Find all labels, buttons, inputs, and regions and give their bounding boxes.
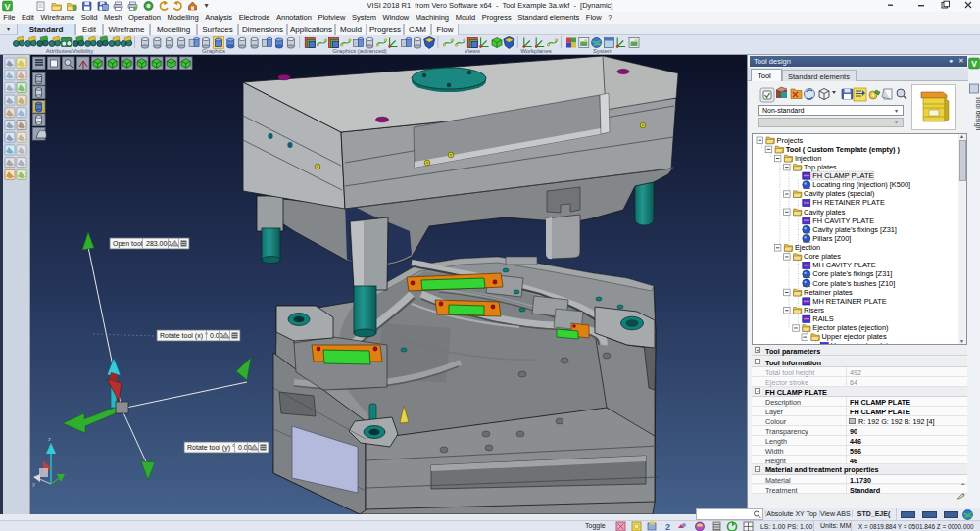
- svg-text:FH CLAMP PLATE: FH CLAMP PLATE: [812, 171, 873, 180]
- svg-text:Top plates: Top plates: [804, 163, 837, 171]
- svg-text:Upper ejector plates: Upper ejector plates: [822, 332, 887, 341]
- svg-text:MH RETAINER PLATE: MH RETAINER PLATE: [812, 297, 886, 306]
- svg-text:0.00: 0.00: [210, 332, 223, 339]
- svg-text:Locating ring (injection) [K50: Locating ring (injection) [K500]: [812, 180, 910, 189]
- svg-text:Rotate tool (x) °: Rotate tool (x) °: [160, 332, 208, 340]
- svg-text:z: z: [48, 436, 51, 442]
- svg-text:FH RETAINER PLATE: FH RETAINER PLATE: [812, 198, 885, 207]
- svg-text:Core plate's fixings [Z31]: Core plate's fixings [Z31]: [812, 269, 892, 278]
- svg-text:2: 2: [665, 522, 670, 531]
- svg-text:FH CAVITY PLATE: FH CAVITY PLATE: [812, 217, 874, 225]
- svg-text:Upper ejector plate: Upper ejector plate: [831, 341, 892, 345]
- svg-text:Retainer plates: Retainer plates: [804, 288, 853, 297]
- svg-text:MH CAVITY PLATE: MH CAVITY PLATE: [812, 261, 876, 269]
- svg-text:Injection: Injection: [795, 154, 822, 163]
- svg-text:Cavity plate's fixings [Z31]: Cavity plate's fixings [Z31]: [812, 225, 897, 234]
- svg-text:y: y: [32, 481, 35, 487]
- svg-text:Ejection: Ejection: [795, 243, 820, 252]
- svg-text:Open tool: Open tool: [113, 240, 143, 248]
- svg-text:V: V: [971, 59, 977, 69]
- svg-text:Risers: Risers: [804, 306, 824, 314]
- svg-text:Cavity plates: Cavity plates: [804, 208, 846, 217]
- svg-text:Tool ( Custom Template (empty): Tool ( Custom Template (empty) ): [786, 145, 901, 154]
- svg-text:Rotate tool (y) °: Rotate tool (y) °: [187, 444, 235, 452]
- svg-text:Projects: Projects: [777, 136, 804, 145]
- svg-text:Pillars [Z00]: Pillars [Z00]: [812, 234, 851, 243]
- svg-text:RAILS: RAILS: [812, 314, 833, 323]
- svg-text:Core plates: Core plates: [804, 252, 841, 261]
- svg-text:Ejector plates (ejection): Ejector plates (ejection): [812, 323, 888, 332]
- svg-text:Tool design: Tool design: [974, 96, 980, 131]
- svg-text:0.00: 0.00: [238, 444, 252, 451]
- svg-text:Cavity plates (special): Cavity plates (special): [804, 189, 874, 198]
- svg-text:283.000: 283.000: [146, 240, 171, 247]
- svg-text:Core plate's bushes [Z10]: Core plate's bushes [Z10]: [812, 279, 895, 288]
